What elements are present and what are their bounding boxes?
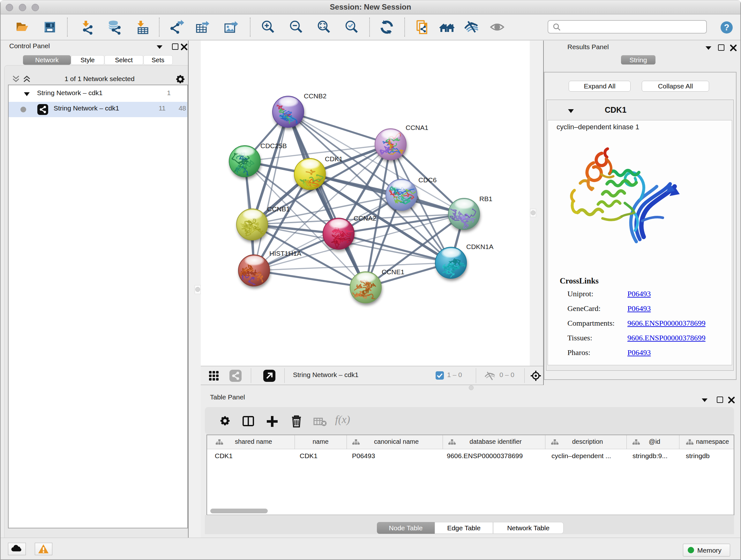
svg-text:CDK1: CDK1 (325, 155, 343, 163)
svg-text:CCNA1: CCNA1 (406, 124, 428, 131)
svg-text:CDC25B: CDC25B (260, 142, 287, 149)
svg-text:CDC6: CDC6 (418, 176, 436, 184)
svg-text:RB1: RB1 (479, 195, 492, 202)
svg-text:CDKN1A: CDKN1A (466, 243, 493, 250)
svg-text:CCNB2: CCNB2 (304, 92, 327, 100)
svg-text:HIST1H1A: HIST1H1A (269, 250, 301, 257)
svg-text:CCNB1: CCNB1 (267, 205, 290, 212)
svg-text:CCNE1: CCNE1 (382, 268, 404, 275)
svg-text:?: ? (724, 23, 730, 32)
svg-text:CCNA2: CCNA2 (354, 214, 376, 222)
